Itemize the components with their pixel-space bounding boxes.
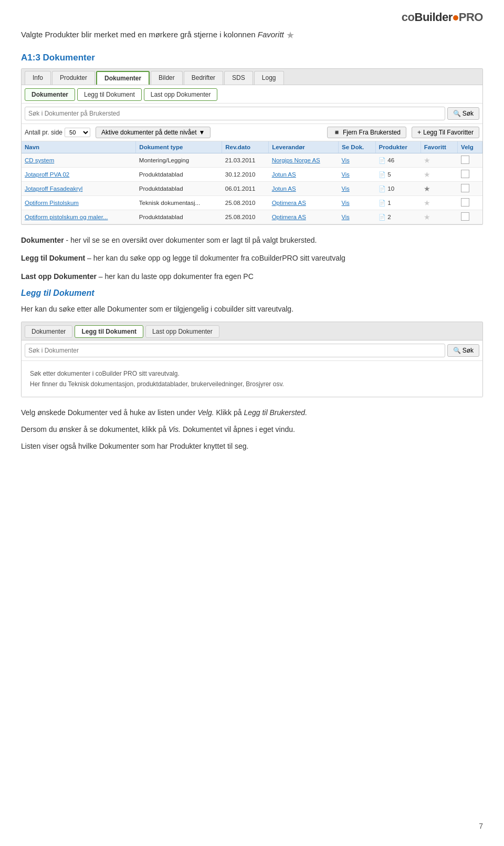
- cell-type: Montering/Legging: [136, 153, 222, 168]
- cell-velg: [458, 210, 482, 224]
- col-leverandor[interactable]: Leverandør: [269, 141, 339, 153]
- tab-bilder[interactable]: Bilder: [151, 71, 183, 85]
- velg-checkbox[interactable]: [461, 212, 469, 221]
- file-icon: 📄: [379, 157, 386, 163]
- favoritt-star[interactable]: ★: [424, 213, 430, 221]
- search-input[interactable]: [25, 107, 445, 120]
- chevron-down-icon: ▼: [199, 129, 205, 136]
- navn-link[interactable]: Jotaproff Fasadeakryl: [25, 185, 82, 192]
- cell-type: Produktdatablad: [136, 210, 222, 224]
- table-row: Optiform pistolskum og maler... Produktd…: [22, 210, 482, 224]
- tab-sds[interactable]: SDS: [224, 71, 253, 85]
- table-row: Jotaproff Fasadeakryl Produktdatablad 06…: [22, 182, 482, 196]
- cell-dato: 21.03.2011: [222, 153, 269, 168]
- cell-navn: Optiform Pistolskum: [22, 196, 136, 210]
- antall-group: Antall pr. side 50 25 100: [25, 128, 90, 137]
- vis-button[interactable]: Vis: [342, 214, 350, 220]
- col-velg[interactable]: Velg: [458, 141, 482, 153]
- cell-dato: 25.08.2010: [222, 210, 269, 224]
- velg-checkbox[interactable]: [461, 184, 469, 192]
- logo-builder: Builder: [415, 11, 453, 24]
- tab-produkter[interactable]: Produkter: [52, 71, 95, 85]
- velg-checkbox[interactable]: [461, 198, 469, 207]
- navn-link[interactable]: CD system: [25, 157, 54, 163]
- file-icon: 📄: [379, 214, 386, 220]
- subtab2-legg-til[interactable]: Legg til Dokument: [75, 325, 143, 338]
- desc-text-1: Dokumenter - her vil se se en oversikt o…: [21, 234, 483, 246]
- cell-type: Produktdatablad: [136, 182, 222, 196]
- col-type[interactable]: Dokument type: [136, 141, 222, 153]
- leverandor-link[interactable]: Norgips Norge AS: [272, 157, 320, 163]
- aktive-dokumenter-dropdown[interactable]: Aktive dokumenter på dette nivået ▼: [96, 127, 211, 138]
- subtab-legg-til[interactable]: Legg til Dokument: [77, 88, 142, 101]
- leverandor-link[interactable]: Jotun AS: [272, 185, 296, 192]
- ui-box-2: Dokumenter Legg til Dokument Last opp Do…: [21, 322, 483, 398]
- info-area: Søk etter dokumenter i coBuilder PRO sit…: [22, 361, 482, 397]
- bottom-text-3: Listen viser også hvilke Dokumenter som …: [21, 440, 483, 453]
- leverandor-link[interactable]: Optimera AS: [272, 214, 306, 220]
- leverandor-link[interactable]: Optimera AS: [272, 200, 306, 206]
- favoritt-star[interactable]: ★: [424, 156, 430, 164]
- cell-dato: 06.01.2011: [222, 182, 269, 196]
- cell-vis: Vis: [339, 168, 376, 182]
- col-dato[interactable]: Rev.dato: [222, 141, 269, 153]
- cell-produkter: 📄 1: [375, 196, 421, 210]
- cell-vis: Vis: [339, 182, 376, 196]
- search-icon-2: 🔍: [453, 347, 461, 354]
- cell-vis: Vis: [339, 196, 376, 210]
- favoritt-star[interactable]: ★: [424, 199, 430, 207]
- cell-produkter: 📄 5: [375, 168, 421, 182]
- file-icon: 📄: [379, 171, 386, 178]
- subtab-dokumenter[interactable]: Dokumenter: [25, 88, 75, 101]
- antall-select[interactable]: 50 25 100: [65, 128, 90, 137]
- tab-dokumenter[interactable]: Dokumenter: [96, 71, 150, 85]
- navn-link[interactable]: Jotaproff PVA 02: [25, 171, 69, 178]
- cell-favoritt: ★: [421, 168, 457, 182]
- favoritt-star[interactable]: ★: [424, 170, 430, 179]
- logo: coBuilderPRO: [402, 11, 483, 24]
- vis-button[interactable]: Vis: [342, 200, 350, 206]
- velg-checkbox[interactable]: [461, 170, 469, 178]
- cell-leverandor: Norgips Norge AS: [269, 153, 339, 168]
- legg-til-favoritter-button[interactable]: + Legg Til Favoritter: [412, 127, 479, 138]
- table-row: CD system Montering/Legging 21.03.2011 N…: [22, 153, 482, 168]
- col-navn[interactable]: Navn: [22, 141, 136, 153]
- velg-checkbox[interactable]: [461, 156, 469, 164]
- search-button[interactable]: 🔍 Søk: [447, 107, 479, 120]
- subtab-bar-2: Dokumenter Legg til Dokument Last opp Do…: [22, 322, 482, 341]
- navn-link[interactable]: Optiform pistolskum og maler...: [25, 214, 108, 220]
- vis-button[interactable]: Vis: [342, 157, 350, 163]
- cell-leverandor: Optimera AS: [269, 210, 339, 224]
- subtab2-dokumenter[interactable]: Dokumenter: [25, 325, 72, 338]
- leverandor-link[interactable]: Jotun AS: [272, 171, 296, 178]
- search-button-2[interactable]: 🔍 Søk: [447, 344, 479, 357]
- navn-link[interactable]: Optiform Pistolskum: [25, 200, 79, 206]
- col-favoritt[interactable]: Favoritt: [421, 141, 457, 153]
- fjern-fra-brukersted-button[interactable]: ◾ Fjern Fra Brukersted: [327, 127, 406, 138]
- favoritt-star[interactable]: ★: [424, 184, 430, 193]
- vis-button[interactable]: Vis: [342, 171, 350, 178]
- search-input-2[interactable]: [25, 344, 445, 357]
- subtab-last-opp[interactable]: Last opp Dokumenter: [144, 88, 218, 101]
- remove-icon: ◾: [333, 129, 341, 136]
- sub-heading: Legg til Dokument: [21, 288, 483, 298]
- col-sedok[interactable]: Se Dok.: [339, 141, 376, 153]
- tab-bedrifter[interactable]: Bedrifter: [184, 71, 223, 85]
- tab-info[interactable]: Info: [25, 71, 51, 85]
- tab-logg[interactable]: Logg: [254, 71, 284, 85]
- options-row: Antall pr. side 50 25 100 Aktive dokumen…: [22, 124, 482, 141]
- cell-type: Produktdatablad: [136, 168, 222, 182]
- vis-button[interactable]: Vis: [342, 185, 350, 192]
- cell-favoritt: ★: [421, 182, 457, 196]
- file-icon: 📄: [379, 200, 386, 206]
- logo-co: co: [402, 11, 415, 24]
- bottom-text-1: Velg ønskede Dokumenter ved å huke av li…: [21, 407, 483, 419]
- logo-pro: PRO: [459, 11, 483, 24]
- cell-favoritt: ★: [421, 210, 457, 224]
- subtab-bar: Dokumenter Legg til Dokument Last opp Do…: [22, 85, 482, 104]
- cell-produkter: 📄 46: [375, 153, 421, 168]
- col-produkter[interactable]: Produkter: [375, 141, 421, 153]
- table-row: Optiform Pistolskum Teknisk dokumentasj.…: [22, 196, 482, 210]
- documents-table: Navn Dokument type Rev.dato Leverandør S…: [22, 141, 482, 224]
- subtab2-last-opp[interactable]: Last opp Dokumenter: [145, 325, 219, 338]
